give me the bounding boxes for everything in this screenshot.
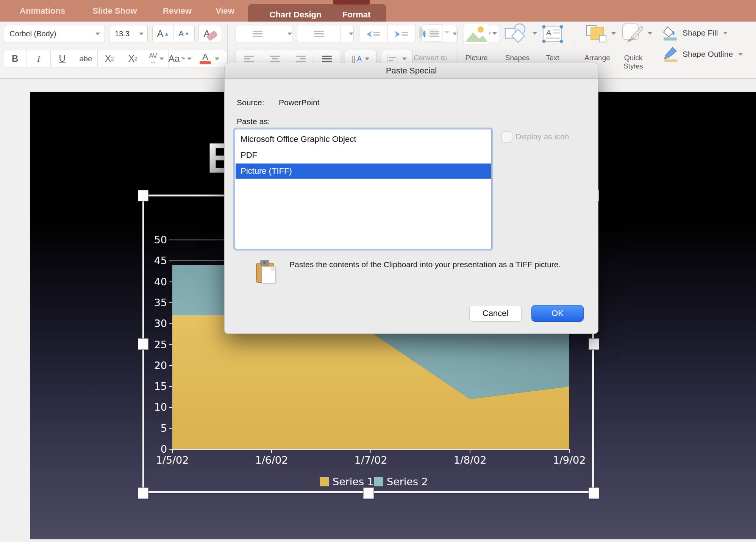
italic-button[interactable]: I (27, 50, 50, 67)
chevron-down-icon[interactable] (139, 33, 144, 35)
chevron-down-icon[interactable] (738, 53, 743, 56)
paint-bucket-icon (662, 25, 679, 40)
list-item-graphic-object[interactable]: Microsoft Office Graphic Object (236, 132, 491, 147)
window-accent-strip (333, 0, 370, 5)
insert-shapes-button[interactable] (504, 23, 530, 44)
decrease-indent-button[interactable]: ⮜ (359, 25, 388, 42)
list-item-pdf[interactable]: PDF (236, 148, 491, 163)
chevron-down-icon[interactable] (723, 32, 728, 34)
font-color-icon: A (200, 53, 211, 64)
lines-icon (401, 30, 408, 37)
font-name-combo[interactable]: Corbel (Body) (4, 25, 105, 42)
indent-right-icon: ⮞ (395, 30, 400, 38)
convert-to-label: Convert to (407, 54, 454, 62)
shape-fill-label: Shape Fill (683, 28, 718, 37)
grow-font-button[interactable]: A▲ (153, 25, 174, 42)
change-case-button[interactable]: Aa↷ (169, 50, 192, 67)
bullet-list-icon (253, 29, 262, 39)
tab-format[interactable]: Format (336, 4, 377, 25)
bullets-button[interactable] (236, 25, 279, 42)
picture-label: Picture (461, 54, 492, 62)
arrange-icon (583, 24, 608, 44)
quick-styles-button[interactable] (622, 23, 645, 44)
chevron-down-icon[interactable] (159, 58, 164, 60)
tab-slide-show[interactable]: Slide Show (87, 0, 142, 22)
clipboard-icon (255, 260, 276, 283)
quick-styles-icon (622, 23, 645, 44)
contextual-tab-group: Chart Design Format (248, 4, 386, 22)
bullets-dropdown[interactable] (279, 25, 292, 42)
arrange-label: Arrange (581, 54, 614, 62)
paste-description: Pastes the contents of the Clipboard int… (289, 259, 596, 270)
chevron-down-icon[interactable] (95, 33, 100, 35)
chevron-down-icon[interactable] (365, 58, 369, 60)
underline-button[interactable]: U (51, 50, 74, 67)
tab-animations[interactable]: Animations (20, 0, 65, 22)
shapes-icon (504, 23, 530, 44)
dialog-title[interactable]: Paste Special (225, 63, 598, 79)
resize-handle-mid-right[interactable] (589, 338, 599, 350)
font-size-stepper: A▲ A▼ (152, 25, 195, 42)
resize-handle-top-left[interactable] (138, 190, 148, 201)
source-value: PowerPoint (279, 98, 319, 107)
chevron-down-icon[interactable] (402, 58, 407, 60)
shape-outline-label: Shape Outline (683, 50, 733, 59)
increase-indent-button[interactable]: ⮞ (388, 25, 416, 42)
chevron-down-icon[interactable] (453, 33, 457, 35)
paste-as-label: Paste as: (237, 117, 270, 126)
tab-view[interactable]: View (208, 0, 242, 22)
ok-button[interactable]: OK (531, 305, 584, 322)
arrange-button[interactable] (583, 24, 608, 44)
display-as-icon-checkbox[interactable] (501, 131, 512, 143)
shrink-font-button[interactable]: A▼ (174, 25, 195, 42)
font-size-value: 13.3 (109, 30, 130, 38)
text-direction-icon: || (352, 55, 356, 63)
resize-handle-bottom-left[interactable] (138, 487, 148, 499)
picture-icon (464, 24, 488, 43)
tab-chart-design[interactable]: Chart Design (261, 4, 330, 25)
list-item-picture-tiff[interactable]: Picture (TIFF) (236, 164, 491, 179)
subscript-button[interactable]: X2 (121, 50, 145, 67)
font-name-value: Corbel (Body) (4, 30, 56, 38)
resize-handle-bottom-mid[interactable] (363, 487, 374, 499)
text-box-icon: A (541, 24, 564, 44)
numbering-group (297, 25, 354, 42)
insert-text-box-button[interactable]: A (541, 24, 564, 44)
chevron-down-icon[interactable] (215, 58, 219, 60)
chevron-down-icon (445, 31, 449, 34)
source-label: Source: (237, 98, 264, 107)
paste-as-listbox[interactable]: Microsoft Office Graphic Object PDF Pict… (235, 129, 492, 249)
chevron-down-icon[interactable] (648, 32, 652, 35)
strikethrough-button[interactable]: abe (74, 50, 98, 67)
font-size-combo[interactable]: 13.3 (109, 25, 148, 42)
justify-icon (322, 54, 332, 64)
cancel-button[interactable]: Cancel (469, 305, 522, 322)
font-color-button[interactable]: A (192, 50, 227, 67)
shape-fill-button[interactable]: Shape Fill (662, 25, 756, 40)
align-center-icon (270, 54, 280, 64)
chevron-down-icon[interactable] (533, 32, 537, 35)
superscript-button[interactable]: X2 (98, 50, 121, 67)
numbering-button[interactable] (297, 25, 341, 42)
curved-arrow-icon: ↷ (180, 56, 185, 62)
convert-to-smartart-button[interactable] (419, 23, 449, 42)
character-spacing-button[interactable]: AV↔ (145, 50, 169, 67)
text-label: Text (539, 54, 567, 62)
tab-review[interactable]: Review (157, 0, 198, 22)
resize-handle-bottom-right[interactable] (589, 487, 599, 499)
bold-button[interactable]: B (3, 50, 27, 67)
quick-styles-label: QuickStyles (614, 54, 652, 70)
clear-formatting-button[interactable]: A (198, 25, 222, 42)
indent-left-icon: ⮜ (367, 30, 372, 38)
resize-handle-mid-left[interactable] (138, 338, 148, 350)
ribbon-tab-bar: Animations Slide Show Review View Chart … (0, 0, 756, 22)
bullets-group (236, 25, 292, 42)
insert-picture-button[interactable] (464, 24, 489, 44)
shape-outline-button[interactable]: Shape Outline (662, 47, 756, 62)
lines-icon (373, 30, 380, 37)
chevron-down-icon[interactable] (187, 58, 192, 60)
numbering-dropdown[interactable] (341, 25, 353, 42)
chevron-down-icon[interactable] (492, 32, 497, 35)
svg-text:A: A (546, 28, 551, 37)
chevron-down-icon[interactable] (611, 32, 616, 35)
